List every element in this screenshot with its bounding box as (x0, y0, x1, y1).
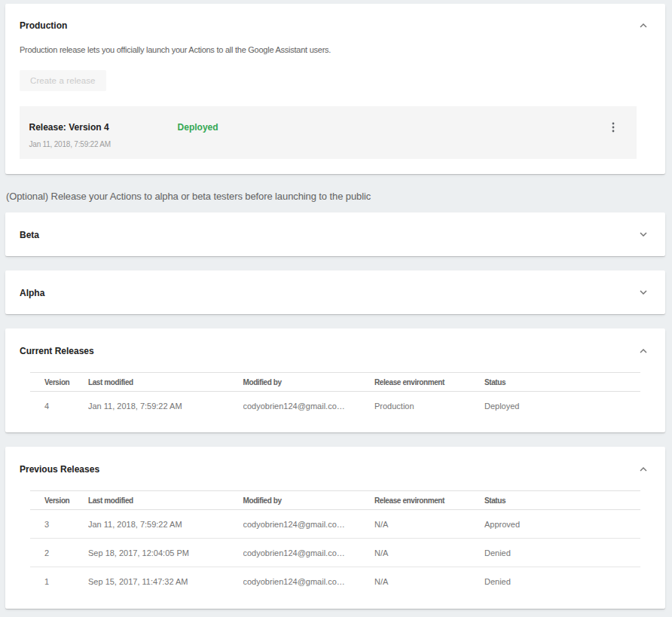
previous-releases-title: Previous Releases (20, 463, 99, 475)
current-releases-table: VersionLast modifiedModified byRelease e… (30, 372, 641, 420)
more-vert-icon (612, 122, 615, 133)
current-releases-card: Current Releases VersionLast modifiedMod… (5, 328, 665, 432)
table-cell: Denied (484, 567, 640, 596)
table-row: 4Jan 11, 2018, 7:59:22 AMcodyobrien124@g… (30, 392, 641, 420)
create-release-button[interactable]: Create a release (20, 70, 106, 91)
column-header: Status (484, 491, 640, 510)
chevron-down-icon (637, 228, 650, 241)
table-cell: 1 (30, 567, 89, 596)
table-cell: N/A (374, 539, 484, 567)
chevron-up-icon (637, 463, 650, 476)
chevron-down-icon (637, 286, 650, 299)
previous-releases-table: VersionLast modifiedModified byRelease e… (30, 490, 641, 596)
table-cell: Approved (484, 510, 640, 539)
table-cell: 4 (30, 392, 89, 420)
beta-card: Beta (5, 212, 665, 256)
table-cell: N/A (374, 510, 484, 539)
release-menu-button[interactable] (606, 121, 620, 134)
table-cell: Jan 11, 2018, 7:59:22 AM (88, 392, 243, 420)
previous-releases-card: Previous Releases VersionLast modifiedMo… (5, 447, 665, 609)
table-cell: N/A (374, 567, 484, 596)
chevron-up-icon (637, 19, 650, 32)
table-cell: codyobrien124@gmail.co… (243, 567, 375, 596)
production-card-title: Production (20, 20, 67, 32)
column-header: Release environment (374, 491, 484, 510)
release-date: Jan 11, 2018, 7:59:22 AM (29, 139, 628, 149)
expand-alpha-button[interactable] (637, 286, 650, 299)
release-page: Production Production release lets you o… (5, 0, 665, 609)
deployed-release-row: Release: Version 4 Deployed Jan 11, 2018… (20, 106, 637, 159)
release-status-badge: Deployed (178, 121, 218, 133)
table-cell: Sep 15, 2017, 11:47:32 AM (88, 567, 243, 596)
collapse-production-button[interactable] (637, 19, 650, 32)
collapse-current-releases-button[interactable] (637, 344, 650, 358)
production-card-header: Production (20, 4, 650, 32)
production-description: Production release lets you officially l… (20, 44, 650, 55)
column-header: Modified by (243, 491, 375, 510)
table-cell: codyobrien124@gmail.co… (243, 392, 375, 420)
production-card: Production Production release lets you o… (5, 4, 665, 174)
column-header: Last modified (88, 491, 243, 510)
table-cell: 2 (30, 539, 89, 567)
collapse-previous-releases-button[interactable] (637, 463, 650, 476)
table-row: 1Sep 15, 2017, 11:47:32 AMcodyobrien124@… (30, 567, 641, 596)
table-cell: 3 (30, 510, 89, 539)
column-header: Last modified (88, 373, 243, 392)
column-header: Status (484, 373, 640, 392)
table-row: 3Jan 11, 2018, 7:59:22 AMcodyobrien124@g… (30, 510, 641, 539)
beta-card-title: Beta (20, 229, 39, 241)
alpha-card-title: Alpha (20, 287, 44, 299)
release-title: Release: Version 4 (29, 121, 109, 133)
table-cell: codyobrien124@gmail.co… (243, 510, 375, 539)
optional-note: (Optional) Release your Actions to alpha… (6, 190, 665, 203)
chevron-up-icon (637, 344, 650, 358)
table-header-row: VersionLast modifiedModified byRelease e… (30, 373, 641, 392)
column-header: Release environment (374, 373, 484, 392)
column-header: Version (30, 373, 89, 392)
current-releases-header: Current Releases (20, 328, 650, 372)
current-releases-title: Current Releases (20, 345, 94, 357)
release-row-line1: Release: Version 4 Deployed (29, 121, 628, 133)
column-header: Modified by (243, 373, 375, 392)
table-cell: Deployed (484, 392, 640, 420)
table-cell: Denied (484, 539, 640, 567)
table-header-row: VersionLast modifiedModified byRelease e… (30, 491, 641, 510)
expand-beta-button[interactable] (637, 228, 650, 241)
table-row: 2Sep 18, 2017, 12:04:05 PMcodyobrien124@… (30, 539, 641, 567)
table-cell: Sep 18, 2017, 12:04:05 PM (88, 539, 243, 567)
table-cell: Jan 11, 2018, 7:59:22 AM (88, 510, 243, 539)
column-header: Version (30, 491, 89, 510)
alpha-card: Alpha (5, 270, 665, 314)
table-cell: Production (374, 392, 484, 420)
table-cell: codyobrien124@gmail.co… (243, 539, 375, 567)
previous-releases-header: Previous Releases (20, 447, 650, 490)
